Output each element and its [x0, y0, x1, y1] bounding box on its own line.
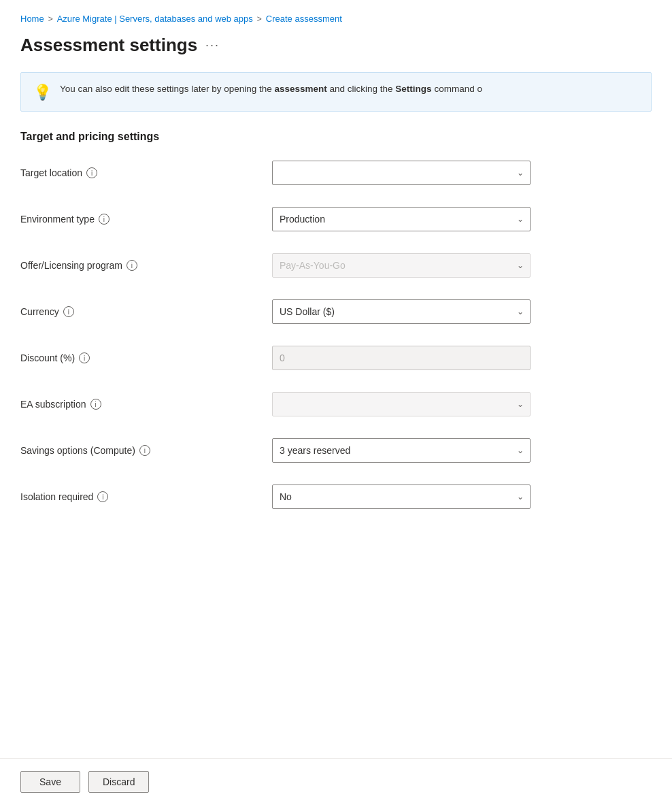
page-menu-icon[interactable]: ···: [205, 38, 220, 52]
breadcrumb-azure-migrate[interactable]: Azure Migrate | Servers, databases and w…: [57, 14, 253, 24]
select-target-location[interactable]: [272, 161, 531, 185]
control-discount: [272, 346, 578, 370]
form-row-ea-subscription: EA subscription i ⌄: [20, 389, 578, 419]
select-offer-licensing[interactable]: Pay-As-You-Go: [272, 253, 531, 278]
save-button[interactable]: Save: [20, 771, 80, 793]
breadcrumb: Home > Azure Migrate | Servers, database…: [20, 14, 652, 24]
form-row-target-location: Target location i ⌄: [20, 158, 578, 188]
breadcrumb-home[interactable]: Home: [20, 14, 44, 24]
info-banner: 💡 You can also edit these settings later…: [20, 72, 652, 112]
info-icon-discount[interactable]: i: [79, 352, 90, 363]
label-offer-licensing: Offer/Licensing program i: [20, 260, 272, 271]
label-target-location: Target location i: [20, 167, 272, 178]
form-row-currency: Currency i US Dollar ($) Euro (€) ⌄: [20, 297, 578, 327]
select-wrapper-target-location: ⌄: [272, 161, 531, 185]
input-discount[interactable]: [272, 346, 531, 370]
breadcrumb-sep-1: >: [48, 14, 53, 24]
page-title: Assessment settings: [20, 35, 197, 56]
form-section: Target and pricing settings Target locat…: [20, 131, 578, 512]
form-row-discount: Discount (%) i: [20, 343, 578, 373]
page-header: Assessment settings ···: [20, 35, 652, 56]
control-offer-licensing: Pay-As-You-Go ⌄: [272, 253, 578, 278]
label-currency: Currency i: [20, 306, 272, 317]
control-target-location: ⌄: [272, 161, 578, 185]
label-discount: Discount (%) i: [20, 352, 272, 363]
breadcrumb-sep-2: >: [257, 14, 262, 24]
control-savings-options: 3 years reserved 1 year reserved None ⌄: [272, 438, 578, 463]
bulb-icon: 💡: [33, 84, 52, 101]
control-currency: US Dollar ($) Euro (€) ⌄: [272, 299, 578, 324]
select-wrapper-isolation-required: No Yes ⌄: [272, 484, 531, 509]
info-banner-text: You can also edit these settings later b…: [60, 82, 482, 96]
select-wrapper-currency: US Dollar ($) Euro (€) ⌄: [272, 299, 531, 324]
select-wrapper-offer-licensing: Pay-As-You-Go ⌄: [272, 253, 531, 278]
control-isolation-required: No Yes ⌄: [272, 484, 578, 509]
info-icon-ea-subscription[interactable]: i: [90, 399, 101, 410]
info-icon-savings-options[interactable]: i: [139, 445, 150, 456]
info-icon-target-location[interactable]: i: [86, 167, 97, 178]
info-icon-offer-licensing[interactable]: i: [127, 260, 137, 271]
info-icon-currency[interactable]: i: [63, 306, 74, 317]
discard-button[interactable]: Discard: [88, 771, 149, 793]
select-savings-options[interactable]: 3 years reserved 1 year reserved None: [272, 438, 531, 463]
footer: Save Discard: [0, 758, 672, 805]
select-currency[interactable]: US Dollar ($) Euro (€): [272, 299, 531, 324]
label-isolation-required: Isolation required i: [20, 491, 272, 502]
label-environment-type: Environment type i: [20, 214, 272, 225]
select-environment-type[interactable]: Production Dev/Test: [272, 207, 531, 231]
form-row-offer-licensing: Offer/Licensing program i Pay-As-You-Go …: [20, 250, 578, 280]
select-isolation-required[interactable]: No Yes: [272, 484, 531, 509]
label-savings-options: Savings options (Compute) i: [20, 445, 272, 456]
control-ea-subscription: ⌄: [272, 392, 578, 416]
select-wrapper-environment-type: Production Dev/Test ⌄: [272, 207, 531, 231]
select-ea-subscription[interactable]: [272, 392, 531, 416]
label-ea-subscription: EA subscription i: [20, 399, 272, 410]
section-title: Target and pricing settings: [20, 131, 578, 143]
info-icon-environment-type[interactable]: i: [99, 214, 110, 225]
breadcrumb-create-assessment[interactable]: Create assessment: [266, 14, 342, 24]
form-row-isolation-required: Isolation required i No Yes ⌄: [20, 482, 578, 512]
form-row-environment-type: Environment type i Production Dev/Test ⌄: [20, 204, 578, 234]
select-wrapper-ea-subscription: ⌄: [272, 392, 531, 416]
control-environment-type: Production Dev/Test ⌄: [272, 207, 578, 231]
select-wrapper-savings-options: 3 years reserved 1 year reserved None ⌄: [272, 438, 531, 463]
form-row-savings-options: Savings options (Compute) i 3 years rese…: [20, 436, 578, 465]
info-icon-isolation-required[interactable]: i: [97, 491, 108, 502]
